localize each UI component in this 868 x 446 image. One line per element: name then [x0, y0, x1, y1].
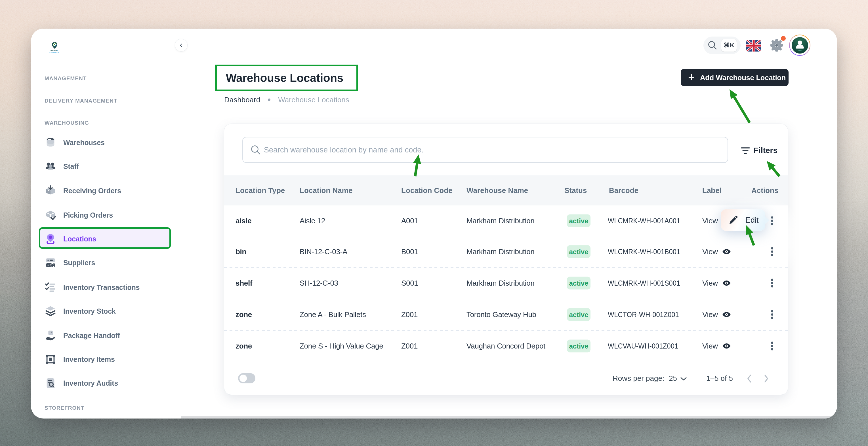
- svg-text:ADMIN: ADMIN: [798, 50, 802, 51]
